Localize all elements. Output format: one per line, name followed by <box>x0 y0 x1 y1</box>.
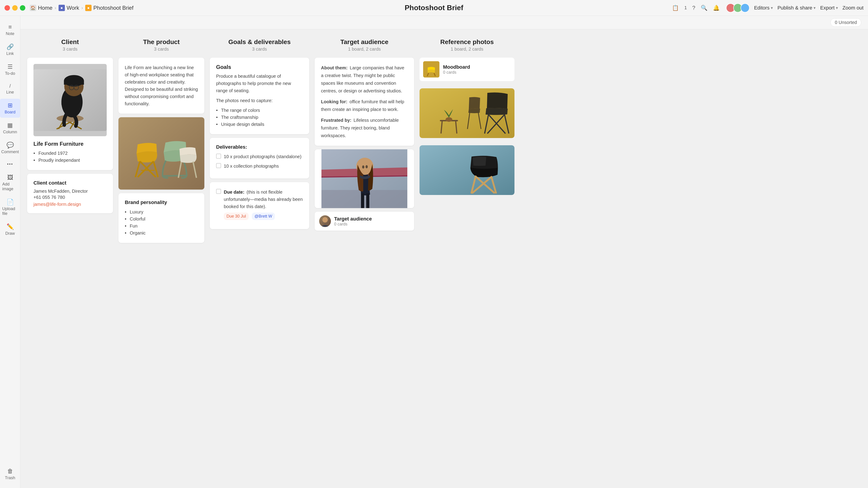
audience-frustrated-label: Frustrated by: <box>321 118 351 123</box>
svg-rect-29 <box>366 193 369 208</box>
audience-looking-label: Looking for: <box>321 99 347 104</box>
sidebar-label-line: Line <box>6 90 14 95</box>
titlebar: 🏠 Home › ■ Work › ■ Photoshoot Brief Pho… <box>0 0 868 16</box>
help-icon[interactable]: ? <box>692 5 695 11</box>
client-column: Client 3 cards <box>27 36 113 213</box>
moodboard-card[interactable]: Moodboard 0 cards <box>420 58 515 81</box>
client-info-card: Life Form Furniture Founded 1972 Proudly… <box>27 58 113 170</box>
goals-column-subtitle: 3 cards <box>210 46 309 52</box>
client-bullet-0: Founded 1972 <box>33 150 107 157</box>
subheader: 0 Unsorted <box>20 16 868 29</box>
fullscreen-button[interactable] <box>20 5 25 11</box>
audience-nested-board[interactable]: Target audience 0 cards <box>315 212 414 231</box>
product-column: The product 3 cards Life Form are launch… <box>119 36 204 243</box>
brand-bullet-1: Colorful <box>125 216 198 223</box>
mention-badge: @Brett W <box>252 213 275 220</box>
product-desc-text: Life Form are launching a new line of hi… <box>125 64 198 107</box>
sidebar-item-comment[interactable]: 💬 Comment <box>0 138 20 158</box>
publish-button[interactable]: Publish & share ▾ <box>777 5 815 11</box>
moodboard-subtitle: 0 cards <box>443 70 470 75</box>
avatar-3 <box>741 3 749 12</box>
sidebar-item-board[interactable]: ⊞ Board <box>0 99 20 118</box>
sidebar-item-note[interactable]: ≡ Note <box>0 20 20 39</box>
avatar-group <box>728 3 749 12</box>
breadcrumb-home[interactable]: 🏠 Home <box>30 5 53 11</box>
sidebar-label-draw: Draw <box>5 231 15 236</box>
goals-column: Goals & deliverables 3 cards Goals Produ… <box>210 36 309 229</box>
audience-about-label: About them: <box>321 65 348 70</box>
breadcrumb-brief-label: Photoshoot Brief <box>93 5 133 11</box>
bell-icon[interactable]: 🔔 <box>713 5 720 11</box>
goals-bullets: The range of colors The craftsmanship Un… <box>216 107 303 128</box>
audience-desc-card: About them: Large companies that have a … <box>315 58 414 146</box>
minimize-button[interactable] <box>12 5 18 11</box>
sidebar-item-draw[interactable]: ✏️ Draw <box>0 220 20 239</box>
client-bullet-1: Proudly independant <box>33 157 107 164</box>
zoom-button[interactable]: Zoom out <box>842 5 864 11</box>
sidebar-label-add-image: Add image <box>2 182 18 191</box>
upload-file-icon: 📄 <box>6 199 14 205</box>
product-column-subtitle: 3 cards <box>119 46 204 52</box>
draw-icon: ✏️ <box>6 223 14 230</box>
sidebar-item-more[interactable]: ••• <box>0 158 20 170</box>
notification-icon[interactable]: 📋 <box>672 5 679 11</box>
ref-photo-2-card <box>420 145 515 195</box>
column-icon: ▦ <box>7 122 13 129</box>
contact-email[interactable]: james@life-form.design <box>33 202 107 207</box>
todo-icon: ☰ <box>7 63 13 70</box>
sidebar-item-column[interactable]: ▦ Column <box>0 119 20 138</box>
audience-photo-card <box>315 149 414 208</box>
sidebar-label-board: Board <box>4 110 16 115</box>
deliverable-2-item: 10 x collection photographs <box>216 163 303 169</box>
audience-column-title: Target audience <box>315 38 414 46</box>
goals-column-title: Goals & deliverables <box>210 38 309 46</box>
goals-bullet-2: Unique design details <box>216 121 303 128</box>
search-icon[interactable]: 🔍 <box>701 5 708 11</box>
client-bullets: Founded 1972 Proudly independant <box>33 150 107 164</box>
sidebar-label-trash: Trash <box>5 476 15 480</box>
svg-rect-10 <box>64 81 84 85</box>
sidebar-item-add-image[interactable]: 🖼 Add image <box>0 171 20 195</box>
breadcrumb-brief[interactable]: ■ Photoshoot Brief <box>85 5 133 11</box>
sidebar-label-todo: To-do <box>5 71 15 76</box>
due-date-badges: Due 30 Jul @Brett W <box>224 213 303 220</box>
goals-bullet-0: The range of colors <box>216 107 303 114</box>
contact-title: Client contact <box>33 180 107 186</box>
breadcrumb-work[interactable]: ■ Work <box>59 5 79 11</box>
sidebar-label-note: Note <box>6 31 14 36</box>
deliverable-1-checkbox[interactable] <box>216 154 221 159</box>
client-column-header: Client 3 cards <box>27 36 113 54</box>
contact-name: James McFadden, Director <box>33 189 107 194</box>
add-image-icon: 🖼 <box>7 174 13 181</box>
product-image-card <box>119 117 204 190</box>
moodboard-title: Moodboard <box>443 64 470 70</box>
deliverable-2-checkbox[interactable] <box>216 163 221 168</box>
moodboard-info: Moodboard 0 cards <box>443 64 470 75</box>
svg-point-42 <box>445 117 452 122</box>
client-person-image <box>33 64 107 136</box>
goals-title: Goals <box>216 64 303 70</box>
product-column-header: The product 3 cards <box>119 36 204 54</box>
ref-photo-1-card <box>420 88 515 142</box>
contact-phone: +61 055 76 780 <box>33 195 107 200</box>
sidebar-item-link[interactable]: 🔗 Link <box>0 40 20 59</box>
svg-rect-28 <box>361 193 364 208</box>
audience-nested-title: Target audience <box>334 216 372 222</box>
sidebar-item-trash[interactable]: 🗑 Trash <box>0 464 20 484</box>
note-icon: ≡ <box>8 24 12 31</box>
editors-button[interactable]: Editors ▾ <box>754 5 773 11</box>
audience-column-subtitle: 1 board, 2 cards <box>315 46 414 52</box>
export-button[interactable]: Export ▾ <box>820 5 838 11</box>
due-date-card: Due date: (this is not flexible unfortun… <box>210 182 309 229</box>
close-button[interactable] <box>4 5 10 11</box>
audience-nested-thumb <box>319 215 331 227</box>
sidebar-item-todo[interactable]: ☰ To-do <box>0 60 20 79</box>
breadcrumb-work-label: Work <box>67 5 79 11</box>
due-date-checkbox[interactable] <box>216 189 221 194</box>
sidebar-item-upload-file[interactable]: 📄 Upload file <box>0 195 20 219</box>
goals-description: Produce a beautiful catalogue of photogr… <box>216 72 303 94</box>
goals-bullet-1: The craftsmanship <box>216 114 303 121</box>
reference-column-title: Reference photos <box>420 38 515 46</box>
due-date-label: Due date: <box>224 190 244 195</box>
sidebar-item-line[interactable]: / Line <box>0 80 20 98</box>
